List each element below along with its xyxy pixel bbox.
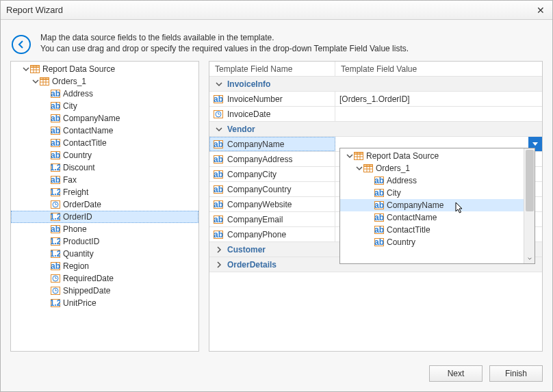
header-line-1: Map the data source fields to the fields… — [40, 32, 409, 43]
category-label: InvoiceInfo — [227, 79, 270, 89]
tree-field-item[interactable]: OrderID — [11, 211, 198, 223]
field-value-cell[interactable] — [335, 107, 542, 121]
category-label: Vendor — [227, 125, 255, 134]
next-button[interactable]: Next — [429, 365, 483, 382]
field-name-cell: InvoiceDate — [209, 107, 335, 121]
chevron-down-icon[interactable] — [346, 152, 354, 160]
window-title: Report Wizard — [6, 5, 535, 15]
tree-field-item[interactable]: Freight — [11, 186, 198, 198]
tree-field-item[interactable]: UnitPrice — [11, 297, 198, 309]
popup-field-label: Country — [387, 237, 415, 247]
table-body: InvoiceInfoInvoiceNumber[Orders_1.OrderI… — [209, 77, 542, 351]
chevron-down-icon[interactable] — [355, 164, 363, 172]
wizard-window: Report Wizard ✕ Map the data source fiel… — [0, 0, 553, 392]
category-label: Customer — [227, 245, 266, 254]
tree-field-label: Region — [63, 261, 89, 271]
field-type-icon — [374, 237, 384, 247]
template-field-row[interactable]: InvoiceDate — [209, 107, 542, 122]
tree-field-label: Address — [63, 89, 93, 99]
table-header: Template Field Name Template Field Value — [209, 62, 542, 77]
field-name-label: CompanyEmail — [227, 215, 283, 224]
field-name-label: CompanyCountry — [227, 185, 291, 194]
value-dropdown-popup[interactable]: Report Data SourceOrders_1AddressCityCom… — [339, 148, 535, 264]
header: Map the data source fields to the fields… — [10, 29, 543, 54]
finish-button[interactable]: Finish — [489, 365, 543, 382]
field-type-icon — [51, 298, 60, 308]
field-name-cell: CompanyAddress — [209, 152, 335, 166]
chevron-right-icon[interactable] — [215, 261, 223, 269]
tree-field-label: Quantity — [63, 249, 94, 259]
field-name-label: CompanyAddress — [227, 155, 292, 164]
scroll-thumb[interactable] — [526, 150, 534, 211]
tree-field-item[interactable]: RequiredDate — [11, 272, 198, 285]
table-icon — [363, 164, 373, 173]
tree-field-label: ContactName — [63, 126, 113, 135]
field-name-label: CompanyWebsite — [227, 200, 292, 209]
category-row[interactable]: Vendor — [209, 122, 542, 137]
back-button[interactable] — [12, 35, 31, 54]
tree-field-item[interactable]: ProductID — [11, 235, 198, 248]
field-name-label: InvoiceNumber — [227, 94, 283, 104]
tree-field-label: Freight — [63, 187, 88, 197]
header-text: Map the data source fields to the fields… — [40, 32, 409, 54]
tree-field-label: RequiredDate — [63, 274, 114, 283]
close-icon[interactable]: ✕ — [535, 5, 547, 16]
field-name-label: CompanyName — [227, 140, 284, 149]
popup-field-item[interactable]: Country — [340, 236, 524, 248]
popup-scrollbar[interactable] — [524, 148, 535, 263]
tree-field-label: ContactTitle — [63, 138, 107, 148]
tree-field-label: Fax — [63, 175, 77, 185]
field-name-label: InvoiceDate — [227, 109, 270, 119]
header-line-2: You can use drag and drop or specify the… — [40, 43, 409, 54]
tree-field-label: ShippedDate — [63, 286, 110, 296]
field-name-cell: CompanyName — [209, 137, 335, 151]
tree-field-label: Phone — [63, 224, 87, 234]
col-template-field-value: Template Field Value — [335, 62, 542, 76]
tree-field-label: UnitPrice — [63, 298, 97, 308]
popup-field-label: ContactTitle — [387, 225, 430, 235]
table-icon — [354, 151, 363, 161]
tree-field-item[interactable]: ShippedDate — [11, 285, 198, 297]
popup-field-label: Address — [387, 176, 417, 185]
popup-field-label: ContactName — [387, 213, 437, 222]
tree-table-item[interactable]: Orders_1 — [11, 75, 198, 88]
popup-field-label: CompanyName — [387, 200, 443, 210]
tree-field-label: ProductID — [63, 237, 99, 246]
field-name-label: CompanyCity — [227, 170, 276, 179]
popup-field-item[interactable]: ContactTitle — [340, 224, 524, 236]
category-row[interactable]: InvoiceInfo — [209, 77, 542, 92]
scroll-down-arrow[interactable] — [524, 254, 535, 263]
tree-field-item[interactable]: OrderDate — [11, 198, 198, 211]
field-name-cell: InvoiceNumber — [209, 92, 335, 106]
tree-field-item[interactable]: Fax — [11, 174, 198, 186]
tree-field-item[interactable]: Discount — [11, 161, 198, 174]
field-name-cell: CompanyWebsite — [209, 197, 335, 211]
chevron-down-icon[interactable] — [22, 65, 30, 73]
footer: Next Finish — [10, 358, 543, 382]
tree-field-label: Discount — [63, 163, 95, 172]
field-name-cell: CompanyEmail — [209, 212, 335, 226]
tree-field-item[interactable]: ContactTitle — [11, 137, 198, 149]
tree-field-item[interactable]: Region — [11, 260, 198, 272]
data-source-tree[interactable]: Report Data SourceOrders_1AddressCityCom… — [10, 61, 199, 352]
field-name-cell: CompanyCountry — [209, 182, 335, 196]
table-icon — [30, 64, 40, 74]
popup-table-item[interactable]: Orders_1 — [340, 162, 524, 174]
field-name-cell: CompanyPhone — [209, 227, 335, 241]
popup-field-label: City — [387, 188, 401, 198]
tree-field-label: CompanyName — [63, 114, 120, 123]
chevron-down-icon[interactable] — [31, 77, 40, 86]
template-field-table: Template Field Name Template Field Value… — [209, 61, 543, 352]
titlebar: Report Wizard ✕ — [1, 1, 552, 20]
table-icon — [40, 77, 49, 86]
chevron-right-icon[interactable] — [215, 246, 223, 254]
tree-field-item[interactable]: Country — [11, 149, 198, 161]
field-value-label: [Orders_1.OrderID] — [339, 94, 410, 104]
field-value-cell[interactable]: [Orders_1.OrderID] — [335, 92, 542, 106]
tree-field-item[interactable]: Quantity — [11, 248, 198, 260]
tree-field-label: OrderID — [63, 212, 92, 222]
template-field-row[interactable]: InvoiceNumber[Orders_1.OrderID] — [209, 92, 542, 107]
tree-field-item[interactable]: Phone — [11, 223, 198, 235]
tree-field-label: Country — [63, 151, 92, 160]
content: Map the data source fields to the fields… — [1, 20, 552, 391]
